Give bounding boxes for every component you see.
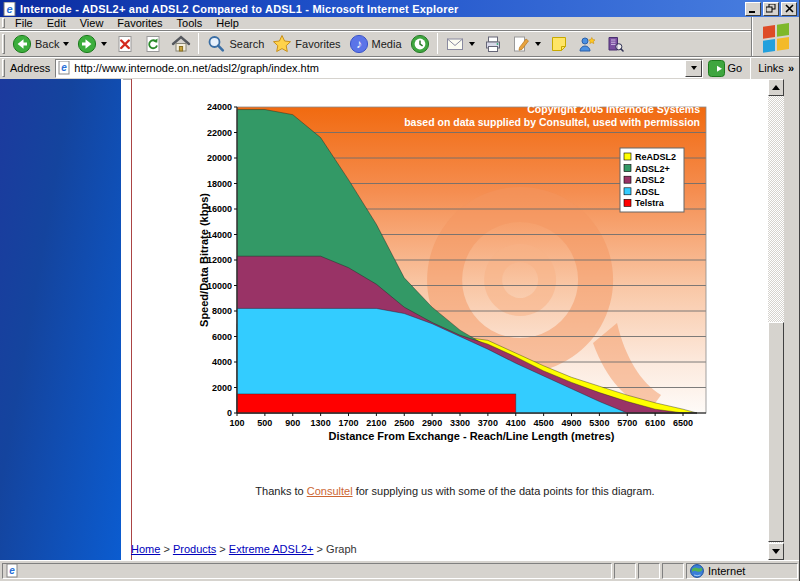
history-icon [410, 34, 430, 54]
home-icon [171, 34, 191, 54]
search-button[interactable]: Search [202, 33, 268, 55]
research-icon [605, 34, 625, 54]
toolbar-grip[interactable] [2, 34, 5, 54]
back-button[interactable]: Back [8, 33, 73, 55]
page-left-panel [0, 79, 121, 560]
svg-text:12000: 12000 [207, 255, 232, 265]
svg-text:4100: 4100 [506, 418, 526, 428]
menu-bar: FileEditViewFavoritesToolsHelp [0, 17, 752, 30]
ie-document-icon: e [3, 2, 17, 16]
svg-text:4500: 4500 [534, 418, 554, 428]
menu-view[interactable]: View [73, 17, 111, 29]
svg-text:ADSL: ADSL [635, 187, 660, 197]
breadcrumb: Home > Products > Extreme ADSL2+ > Graph [131, 543, 357, 555]
menu-help[interactable]: Help [209, 17, 246, 29]
favorites-button[interactable]: Favorites [268, 33, 344, 55]
toolbar-grip[interactable] [2, 18, 5, 28]
toolbar-separator [198, 33, 199, 54]
breadcrumb-link-home[interactable]: Home [131, 543, 160, 555]
svg-text:20000: 20000 [207, 153, 232, 163]
close-button[interactable] [781, 2, 797, 16]
print-button[interactable] [479, 33, 507, 55]
status-pane [638, 563, 660, 579]
search-label: Search [229, 38, 264, 50]
svg-text:14000: 14000 [207, 230, 232, 240]
menu-tools[interactable]: Tools [170, 17, 210, 29]
ie-window: e Internode - ADSL2+ and ADSL2 Compared … [0, 0, 800, 581]
restore-button[interactable] [763, 2, 779, 16]
svg-text:22000: 22000 [207, 128, 232, 138]
print-icon [483, 34, 503, 54]
standard-buttons-toolbar: BackSearchFavorites♪Media [0, 30, 752, 56]
adsl-comparison-chart: 0200040006000800010000120001400016000180… [195, 95, 715, 445]
address-label: Address [10, 62, 50, 74]
svg-text:500: 500 [257, 418, 272, 428]
page-icon: e [58, 61, 71, 75]
svg-text:24000: 24000 [207, 102, 232, 112]
go-button[interactable]: Go [703, 60, 748, 77]
minimize-button[interactable] [745, 2, 761, 16]
stop-button[interactable] [111, 33, 139, 55]
scroll-down-button[interactable] [768, 543, 784, 560]
vertical-scrollbar[interactable] [768, 79, 784, 560]
history-button[interactable] [406, 33, 434, 55]
edit-button[interactable] [507, 33, 545, 55]
mail-dropdown-caret[interactable] [469, 42, 475, 46]
svg-text:3700: 3700 [478, 418, 498, 428]
forward-icon [77, 34, 97, 54]
mail-button[interactable] [441, 33, 479, 55]
thanks-prefix: Thanks to [255, 485, 306, 497]
back-dropdown-caret[interactable] [63, 42, 69, 46]
breadcrumb-separator: > [314, 543, 327, 555]
forward-dropdown-caret[interactable] [101, 42, 107, 46]
svg-text:e: e [6, 3, 12, 15]
links-bar[interactable]: Links » [754, 62, 798, 74]
media-button[interactable]: ♪Media [345, 33, 406, 55]
svg-text:Distance From Exchange - Reach: Distance From Exchange - Reach/Line Leng… [328, 430, 614, 442]
edit-dropdown-caret[interactable] [535, 42, 541, 46]
menu-edit[interactable]: Edit [40, 17, 73, 29]
breadcrumb-link-extreme-adsl2-[interactable]: Extreme ADSL2+ [229, 543, 314, 555]
discuss-icon [549, 34, 569, 54]
edit-icon [511, 34, 531, 54]
svg-text:4000: 4000 [212, 357, 232, 367]
discuss-button[interactable] [545, 33, 573, 55]
svg-text:based on data supplied by Cons: based on data supplied by Consultel, use… [404, 116, 700, 128]
page-content-border: 0200040006000800010000120001400016000180… [131, 79, 779, 560]
status-pane [614, 563, 636, 579]
consultel-link[interactable]: Consultel [307, 485, 353, 497]
refresh-icon [143, 34, 163, 54]
menu-favorites[interactable]: Favorites [110, 17, 169, 29]
refresh-button[interactable] [139, 33, 167, 55]
mail-icon [445, 34, 465, 54]
search-icon [206, 34, 226, 54]
status-pane-main: e [2, 563, 612, 579]
breadcrumb-link-products[interactable]: Products [173, 543, 216, 555]
svg-text:6500: 6500 [673, 418, 693, 428]
address-dropdown-button[interactable] [685, 60, 702, 77]
svg-text:Speed/Data Bitrate (kbps): Speed/Data Bitrate (kbps) [198, 193, 210, 327]
svg-text:ReADSL2: ReADSL2 [635, 152, 676, 162]
svg-text:3300: 3300 [450, 418, 470, 428]
svg-text:e: e [62, 62, 68, 73]
svg-text:2100: 2100 [366, 418, 386, 428]
research-button[interactable] [601, 33, 629, 55]
toolbar-grip[interactable] [2, 59, 5, 77]
forward-button[interactable] [73, 33, 111, 55]
status-pane [662, 563, 684, 579]
scrollbar-thumb[interactable] [768, 322, 784, 542]
security-zone-pane: Internet [686, 563, 798, 579]
svg-text:8000: 8000 [212, 306, 232, 316]
scroll-up-button[interactable] [768, 79, 784, 96]
up-arrow-icon [772, 85, 780, 90]
svg-text:5300: 5300 [589, 418, 609, 428]
page-icon: e [6, 564, 19, 578]
title-bar: e Internode - ADSL2+ and ADSL2 Compared … [0, 0, 800, 17]
svg-text:Telstra: Telstra [635, 198, 665, 208]
links-chevron-icon[interactable]: » [788, 62, 794, 74]
stop-icon [115, 34, 135, 54]
menu-file[interactable]: File [8, 17, 40, 29]
messenger-button[interactable] [573, 33, 601, 55]
address-input[interactable]: e http://www.internode.on.net/adsl2/grap… [55, 59, 702, 78]
home-button[interactable] [167, 33, 195, 55]
